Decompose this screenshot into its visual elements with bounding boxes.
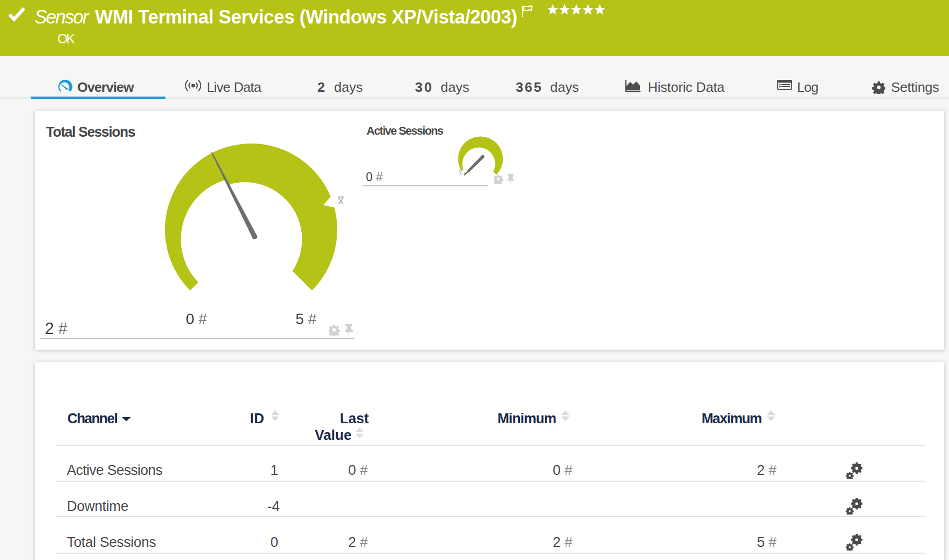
svg-text:x: x bbox=[338, 194, 344, 206]
svg-text:x: x bbox=[459, 169, 462, 177]
